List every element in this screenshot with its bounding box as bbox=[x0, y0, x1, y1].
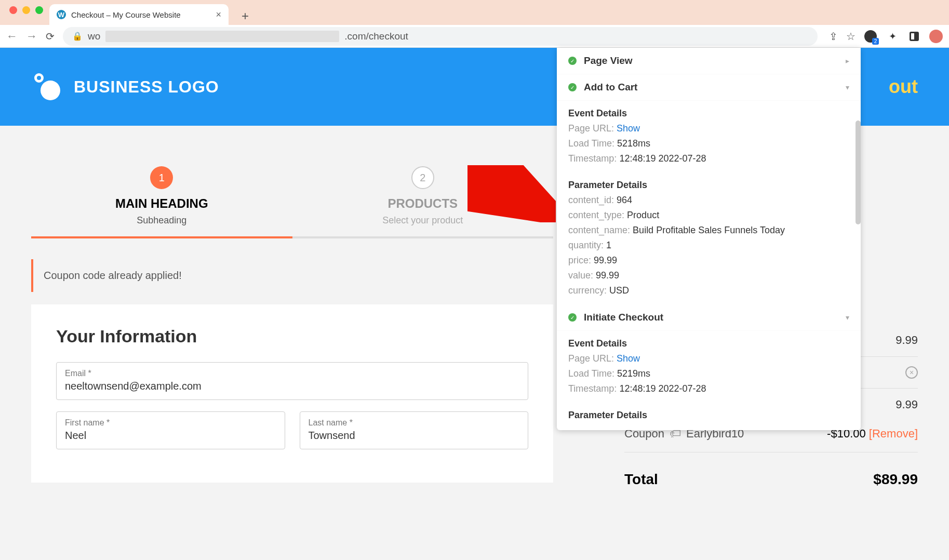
param-price: price: 99.99 bbox=[557, 253, 861, 268]
step-progress-bar bbox=[31, 236, 553, 238]
step-1-number-icon: 1 bbox=[150, 166, 173, 189]
popup-scrollbar[interactable] bbox=[856, 121, 861, 224]
total-label: Total bbox=[624, 471, 658, 488]
param-content-name: content_name: Build Profitable Sales Fun… bbox=[557, 223, 861, 238]
window-controls bbox=[9, 6, 43, 14]
parameter-details-title: Parameter Details bbox=[557, 172, 861, 193]
first-name-label: First name * bbox=[65, 418, 276, 428]
first-name-field-wrapper[interactable]: First name * bbox=[56, 411, 285, 449]
coupon-notice: Coupon code already applied! bbox=[31, 259, 553, 292]
red-arrow-annotation bbox=[467, 165, 556, 222]
your-information-panel: Your Information Email * First name * La… bbox=[31, 304, 553, 483]
chevron-down-icon: ▾ bbox=[846, 313, 849, 322]
last-name-label: Last name * bbox=[309, 418, 520, 428]
pixel-helper-popup: ✓ Page View ▸ ✓ Add to Cart ▾ Event Deta… bbox=[557, 48, 861, 430]
param-content-id: content_id: 964 bbox=[557, 193, 861, 208]
tab-bar: W Checkout – My Course Website × + bbox=[0, 0, 949, 25]
remove-item-button[interactable]: × bbox=[905, 366, 918, 379]
step-1-subheading: Subheading bbox=[31, 215, 292, 226]
last-name-input[interactable] bbox=[309, 430, 520, 442]
extensions-puzzle-icon[interactable]: ✦ bbox=[886, 30, 899, 43]
event-details-title-2: Event Details bbox=[557, 331, 861, 351]
event-initiate-checkout-row[interactable]: ✓ Initiate Checkout ▾ bbox=[557, 304, 861, 331]
site-logo[interactable]: BUSINESS LOGO bbox=[31, 71, 219, 102]
first-name-input[interactable] bbox=[65, 430, 276, 442]
event-add-to-cart-row[interactable]: ✓ Add to Cart ▾ bbox=[557, 74, 861, 101]
url-redacted bbox=[105, 31, 339, 42]
header-link-fragment[interactable]: out bbox=[889, 76, 918, 98]
tab-close-icon[interactable]: × bbox=[216, 9, 221, 20]
event-page-view-label: Page View bbox=[584, 55, 838, 66]
param-content-type: content_type: Product bbox=[557, 208, 861, 223]
ic-load-time: Load Time: 5219ms bbox=[557, 366, 861, 381]
nav-back-button[interactable]: ← bbox=[6, 30, 18, 43]
share-icon[interactable]: ⇪ bbox=[829, 30, 838, 43]
line-price-peek: 9.99 bbox=[895, 334, 918, 347]
ic-timestamp: Timestamp: 12:48:19 2022-07-28 bbox=[557, 381, 861, 396]
window-close-button[interactable] bbox=[9, 6, 17, 14]
panel-title: Your Information bbox=[56, 326, 528, 346]
param-value: value: 99.99 bbox=[557, 268, 861, 283]
event-initiate-checkout-label: Initiate Checkout bbox=[584, 312, 838, 323]
nav-forward-button[interactable]: → bbox=[26, 30, 37, 43]
email-input[interactable] bbox=[65, 380, 519, 392]
new-tab-button[interactable]: + bbox=[242, 9, 249, 23]
step-1-heading: MAIN HEADING bbox=[31, 196, 292, 211]
last-name-field-wrapper[interactable]: Last name * bbox=[300, 411, 529, 449]
tab-title: Checkout – My Course Website bbox=[71, 10, 210, 19]
check-icon: ✓ bbox=[568, 57, 577, 65]
pixel-helper-extension-icon[interactable] bbox=[864, 30, 877, 43]
profile-avatar-icon[interactable] bbox=[929, 30, 943, 43]
svg-line-1 bbox=[473, 170, 540, 207]
reload-button[interactable]: ⟳ bbox=[46, 30, 55, 43]
browser-tab[interactable]: W Checkout – My Course Website × bbox=[49, 4, 229, 25]
window-maximize-button[interactable] bbox=[35, 6, 43, 14]
window-minimize-button[interactable] bbox=[22, 6, 30, 14]
url-suffix: .com/checkout bbox=[344, 31, 408, 42]
show-url-link[interactable]: Show bbox=[617, 353, 640, 364]
url-prefix: wo bbox=[88, 31, 100, 42]
param-currency: currency: USD bbox=[557, 283, 861, 298]
step-2-number-icon: 2 bbox=[411, 166, 434, 189]
step-1[interactable]: 1 MAIN HEADING Subheading bbox=[31, 166, 292, 236]
check-icon: ✓ bbox=[568, 313, 577, 322]
atc-load-time: Load Time: 5218ms bbox=[557, 136, 861, 151]
email-field-wrapper[interactable]: Email * bbox=[56, 362, 528, 400]
email-label: Email * bbox=[65, 369, 519, 378]
atc-timestamp: Timestamp: 12:48:19 2022-07-28 bbox=[557, 151, 861, 166]
event-add-to-cart-label: Add to Cart bbox=[584, 82, 838, 93]
logo-mark-icon bbox=[31, 71, 62, 102]
event-page-view-row[interactable]: ✓ Page View ▸ bbox=[557, 48, 861, 74]
chevron-down-icon: ▾ bbox=[846, 83, 849, 91]
wordpress-favicon-icon: W bbox=[57, 10, 66, 19]
check-icon: ✓ bbox=[568, 83, 577, 91]
event-details-title: Event Details bbox=[557, 101, 861, 121]
lock-icon: 🔒 bbox=[72, 31, 83, 41]
subtotal-peek: 9.99 bbox=[895, 398, 918, 411]
param-quantity: quantity: 1 bbox=[557, 238, 861, 253]
atc-page-url: Page URL: Show bbox=[557, 121, 861, 136]
total-value: $89.99 bbox=[873, 471, 918, 488]
logo-text: BUSINESS LOGO bbox=[74, 77, 219, 97]
coupon-remove-link[interactable]: [Remove] bbox=[869, 427, 918, 440]
bookmark-star-icon[interactable]: ☆ bbox=[846, 30, 856, 43]
ic-page-url: Page URL: Show bbox=[557, 351, 861, 366]
show-url-link[interactable]: Show bbox=[617, 123, 640, 134]
browser-toolbar: ← → ⟳ 🔒 wo .com/checkout ⇪ ☆ ✦ bbox=[0, 25, 949, 48]
total-row: Total $89.99 bbox=[624, 452, 918, 506]
parameter-details-title-2: Parameter Details bbox=[557, 403, 861, 430]
sidepanel-icon[interactable] bbox=[907, 30, 921, 43]
chevron-right-icon: ▸ bbox=[846, 57, 849, 65]
address-bar[interactable]: 🔒 wo .com/checkout bbox=[63, 27, 818, 46]
